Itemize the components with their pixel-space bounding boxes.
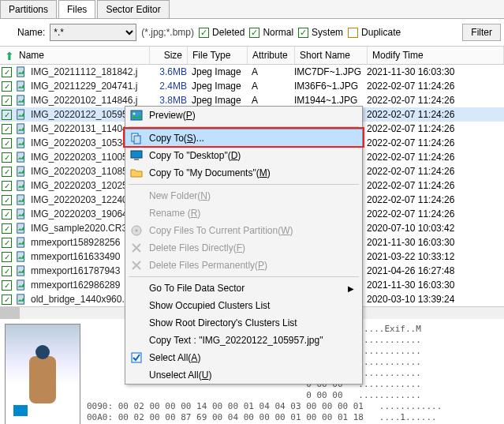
row-checkbox[interactable]: ✓	[2, 280, 12, 291]
check-icon	[130, 351, 143, 364]
row-checkbox[interactable]: ✓	[2, 124, 12, 134]
row-checkbox[interactable]: ✓	[2, 209, 12, 220]
menu-select-all[interactable]: Select All(A)	[125, 349, 362, 366]
file-mtime: 2022-02-07 11:24:26	[367, 180, 504, 191]
svg-rect-22	[134, 159, 139, 160]
menu-preview[interactable]: Preview(P)	[125, 107, 362, 124]
tab-partitions[interactable]: Partitions	[0, 0, 57, 18]
file-mtime: 2022-02-07 11:24:26	[367, 109, 504, 120]
file-shortname: IM1944~1.JPG	[294, 95, 367, 106]
row-checkbox[interactable]: ✓	[2, 110, 12, 120]
row-checkbox[interactable]: ✓	[2, 67, 12, 77]
file-icon	[15, 280, 28, 291]
svg-rect-20	[134, 136, 140, 144]
name-pattern-select[interactable]: *.*	[50, 24, 136, 41]
filter-normal-checkbox[interactable]: ✓Normal	[249, 27, 293, 38]
up-folder-icon[interactable]: ⬆	[2, 48, 17, 64]
header-name[interactable]: Name	[0, 47, 150, 64]
row-checkbox[interactable]: ✓	[2, 96, 12, 106]
file-icon	[15, 180, 28, 191]
menu-delete-permanently: Delete Files Permanently(P)	[125, 257, 362, 274]
row-checkbox[interactable]: ✓	[2, 181, 12, 191]
svg-rect-21	[131, 151, 142, 158]
file-shortname: IMC7DF~1.JPG	[294, 66, 367, 77]
folder-icon	[130, 167, 143, 179]
table-row[interactable]: ✓IMG_20211229_204741.j2.4MBJpeg ImageAIM…	[0, 79, 504, 93]
file-icon	[15, 294, 28, 305]
file-icon	[15, 208, 28, 220]
file-icon	[15, 194, 28, 205]
row-checkbox[interactable]: ✓	[2, 167, 12, 177]
file-icon	[15, 109, 28, 120]
tab-bar: Partitions Files Sector Editor	[0, 0, 504, 19]
file-icon	[15, 237, 28, 248]
file-attr: A	[247, 95, 294, 106]
tab-sector-editor[interactable]: Sector Editor	[97, 0, 169, 18]
menu-copy-to[interactable]: Copy To(S)...	[125, 129, 363, 148]
file-size: 3.6MB	[149, 66, 187, 77]
file-type: Jpeg Image	[187, 95, 247, 106]
row-checkbox[interactable]: ✓	[2, 223, 12, 234]
header-type[interactable]: File Type	[188, 47, 248, 64]
file-mtime: 2021-04-26 16:27:48	[367, 265, 504, 276]
svg-point-24	[136, 230, 138, 232]
file-mtime: 2022-02-07 11:24:26	[367, 152, 504, 163]
file-attr: A	[247, 81, 294, 92]
filter-system-checkbox[interactable]: ✓System	[298, 27, 343, 38]
file-type: Jpeg Image	[187, 81, 247, 92]
scrollbar-thumb[interactable]	[0, 307, 20, 319]
file-mtime: 2022-02-07 11:24:26	[367, 137, 504, 148]
menu-rename: Rename (R)	[125, 204, 362, 222]
menu-copy-to-desktop[interactable]: Copy To "Desktop"(D)	[125, 147, 362, 164]
menu-unselect-all[interactable]: Unselect All(U)	[125, 366, 362, 384]
filter-deleted-checkbox[interactable]: ✓Deleted	[199, 27, 245, 38]
file-icon	[15, 137, 28, 148]
file-icon	[15, 166, 28, 177]
menu-copy-to-partition: Copy Files To Current Partition(W)	[125, 222, 362, 239]
file-name: IMG_20211112_181842.j	[31, 66, 149, 77]
header-attribute[interactable]: Attribute	[248, 47, 295, 64]
filter-button[interactable]: Filter	[462, 24, 501, 41]
name-label: Name:	[17, 27, 45, 38]
menu-show-occupied[interactable]: Show Occupied Clusters List	[125, 297, 362, 314]
file-mtime: 2020-07-10 10:03:42	[367, 223, 504, 234]
file-icon	[15, 123, 28, 134]
file-mtime: 2021-11-30 16:03:30	[367, 66, 504, 77]
menu-show-root-clusters[interactable]: Show Root Directory's Clusters List	[125, 314, 362, 332]
row-checkbox[interactable]: ✓	[2, 295, 12, 305]
file-icon	[15, 223, 28, 234]
header-size[interactable]: Size	[150, 47, 188, 64]
filter-duplicate-checkbox[interactable]: ✓Duplicate	[348, 27, 401, 38]
row-checkbox[interactable]: ✓	[2, 138, 12, 148]
file-mtime: 2022-02-07 11:24:26	[367, 81, 504, 92]
row-checkbox[interactable]: ✓	[2, 266, 12, 276]
copy-icon	[130, 132, 143, 144]
file-icon	[15, 251, 28, 262]
row-checkbox[interactable]: ✓	[2, 152, 12, 163]
file-mtime: 2022-02-07 11:24:26	[367, 166, 504, 177]
row-checkbox[interactable]: ✓	[2, 252, 12, 262]
header-modify-time[interactable]: Modify Time	[368, 47, 504, 64]
filter-bar: Name: *.* (*.jpg;*.bmp) ✓Deleted ✓Normal…	[0, 19, 504, 46]
column-headers: ⬆ Name Size File Type Attribute Short Na…	[0, 46, 504, 65]
table-row[interactable]: ✓IMG_20211112_181842.j3.6MBJpeg ImageAIM…	[0, 65, 504, 79]
file-mtime: 2021-11-30 16:03:30	[367, 237, 504, 248]
desktop-icon	[130, 149, 143, 162]
file-size: 3.8MB	[149, 95, 187, 106]
file-mtime: 2021-11-30 16:03:30	[367, 280, 504, 291]
svg-point-18	[133, 113, 136, 115]
row-checkbox[interactable]: ✓	[2, 81, 12, 92]
menu-delete-directly: Delete Files Directly(F)	[125, 239, 362, 257]
row-checkbox[interactable]: ✓	[2, 195, 12, 205]
menu-copy-to-documents[interactable]: Copy To "My Documents"(M)	[125, 164, 362, 182]
thumbnail-preview	[5, 324, 80, 424]
header-short-name[interactable]: Short Name	[295, 47, 368, 64]
row-checkbox[interactable]: ✓	[2, 238, 12, 248]
menu-copy-text[interactable]: Copy Text : "IMG_20220122_105957.jpg"	[125, 332, 362, 349]
tab-files[interactable]: Files	[58, 0, 95, 18]
file-size: 2.4MB	[149, 81, 187, 92]
pattern-hint: (*.jpg;*.bmp)	[141, 27, 194, 38]
file-mtime: 2022-02-07 11:24:26	[367, 123, 504, 134]
delete-icon	[130, 242, 143, 254]
menu-goto-sector[interactable]: Go To File Data Sector▶	[125, 280, 362, 297]
